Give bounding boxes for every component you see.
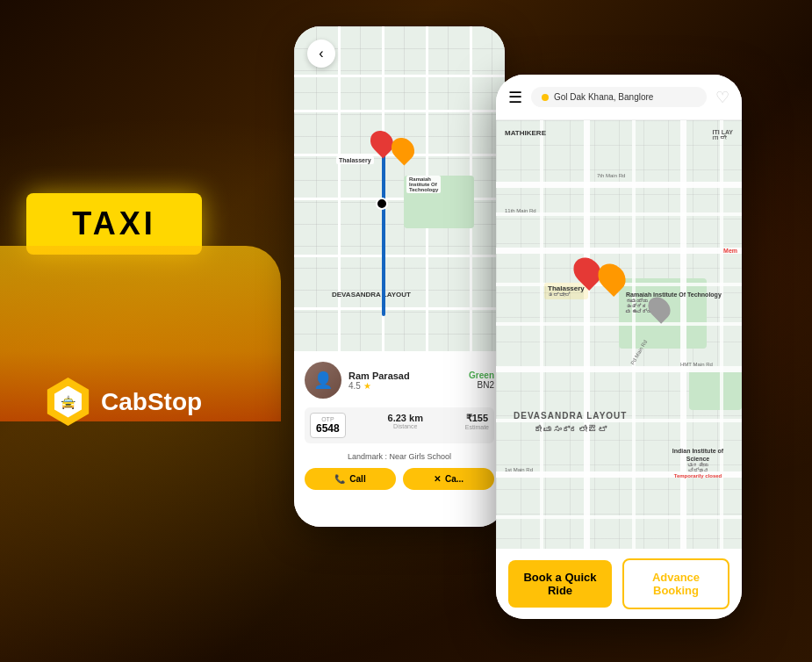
front-road-v4 bbox=[680, 120, 686, 549]
front-road-v5 bbox=[720, 120, 723, 549]
route-start-dot bbox=[376, 198, 388, 210]
estimate-stat: ₹155 Estimate bbox=[465, 413, 489, 438]
menu-icon[interactable]: ☰ bbox=[508, 88, 522, 107]
distance-label: Distance bbox=[388, 423, 423, 429]
logo-emoji: 🚖 bbox=[61, 395, 75, 409]
label-devasandra: DEVASANDRA LAYOUT bbox=[329, 290, 413, 299]
label-hmtmain: HMT Main Rd bbox=[680, 362, 713, 367]
otp-box: OTP 6548 bbox=[310, 413, 346, 438]
estimate-value: ₹155 bbox=[465, 413, 489, 424]
avatar-icon: 👤 bbox=[313, 371, 333, 390]
front-road-v1 bbox=[540, 120, 543, 549]
phone-back: Thalassery RamaiahInstitute OfTechnology… bbox=[294, 26, 505, 527]
label-7main: 7th Main Rd bbox=[597, 173, 625, 178]
cancel-icon: ✕ bbox=[434, 474, 441, 484]
label-iia: Indian Institute of Science ಭಾರತೀಯವಿಜ್ಞಾ… bbox=[663, 448, 733, 479]
phone-icon: 📞 bbox=[334, 474, 345, 484]
back-button[interactable]: ‹ bbox=[307, 40, 335, 68]
front-road-h6 bbox=[496, 366, 742, 372]
route-line bbox=[382, 149, 385, 316]
distance-value: 6.23 km bbox=[388, 413, 423, 423]
mem-label: Mem bbox=[723, 248, 737, 254]
otp-value: 6548 bbox=[316, 422, 340, 435]
front-road-h9 bbox=[496, 515, 742, 519]
logo-icon: 🚖 bbox=[53, 386, 84, 418]
topbar: ☰ Gol Dak Khana, Banglore ♡ bbox=[496, 75, 742, 120]
label-ramaiah-front: Ramaiah Institute Of Technology ರಾಮಯ್ಯತಂ… bbox=[626, 291, 722, 314]
call-button[interactable]: 📞 Call bbox=[305, 468, 396, 490]
front-map: MATHIKERE 7th Main Rd 11th Main Rd HMT M… bbox=[496, 120, 742, 549]
logo-hex: 🚖 bbox=[44, 378, 92, 426]
front-road-v2 bbox=[584, 120, 590, 549]
location-dot-icon bbox=[542, 94, 549, 101]
driver-name: Ram Parasad bbox=[349, 371, 469, 381]
label-11main: 11th Main Rd bbox=[505, 208, 536, 213]
label-ramaiah: RamaiahInstitute OfTechnology bbox=[406, 176, 441, 193]
estimate-label: Estimate bbox=[465, 424, 489, 430]
advance-booking-button[interactable]: Advance Booking bbox=[622, 558, 729, 609]
front-road-h3 bbox=[496, 248, 742, 254]
iti-label: ITI LAY ITI ಲೇ bbox=[713, 129, 733, 140]
distance-stat: 6.23 km Distance bbox=[388, 413, 423, 438]
front-road-v3 bbox=[632, 120, 636, 549]
star-icon: ★ bbox=[363, 381, 371, 391]
location-text: Gol Dak Khana, Banglore bbox=[554, 92, 653, 102]
label-devasandra-front: DEVASANDRA LAYOUT ದೇ ವಾ ಸಂ ದ್ರ ಲೇ ಔ ಟ್ bbox=[514, 410, 627, 435]
bottom-bar: Book a Quick Ride Advance Booking bbox=[496, 549, 742, 619]
driver-details: Ram Parasad 4.5 ★ bbox=[349, 371, 469, 391]
car-info: Green BN2 bbox=[469, 371, 494, 390]
road-h6 bbox=[294, 307, 505, 310]
label-1stmain: 1st Main Rd bbox=[505, 467, 533, 472]
driver-panel: 👤 Ram Parasad 4.5 ★ Green BN2 OTP 6548 6… bbox=[294, 351, 505, 527]
landmark-text: Landmark : Near Girls School bbox=[305, 452, 494, 461]
road-h2 bbox=[294, 110, 505, 112]
front-road-h5 bbox=[496, 322, 742, 326]
car-color: Green bbox=[469, 371, 494, 380]
logo-container: 🚖 CabStop bbox=[44, 378, 202, 426]
driver-info: 👤 Ram Parasad 4.5 ★ Green BN2 bbox=[305, 362, 494, 399]
trip-stats: OTP 6548 6.23 km Distance ₹155 Estimate bbox=[305, 407, 494, 443]
action-buttons: 📞 Call ✕ Ca... bbox=[305, 468, 494, 490]
driver-rating: 4.5 ★ bbox=[349, 381, 469, 391]
heart-icon[interactable]: ♡ bbox=[715, 88, 729, 107]
label-thalassery-front: Thalassery ತಲೆಬೇಲಿ bbox=[544, 283, 588, 299]
back-map: Thalassery RamaiahInstitute OfTechnology… bbox=[294, 26, 505, 395]
cancel-button[interactable]: ✕ Ca... bbox=[403, 468, 494, 490]
label-mathikere: MATHIKERE bbox=[505, 129, 546, 137]
front-road-h1 bbox=[496, 182, 742, 188]
location-search[interactable]: Gol Dak Khana, Banglore bbox=[531, 87, 707, 107]
road-h1 bbox=[294, 75, 505, 77]
road-h5 bbox=[294, 255, 505, 257]
road-v1 bbox=[338, 26, 341, 395]
otp-label: OTP bbox=[316, 416, 340, 422]
logo-text: CabStop bbox=[101, 388, 202, 416]
quick-ride-button[interactable]: Book a Quick Ride bbox=[508, 560, 612, 608]
back-arrow-icon: ‹ bbox=[319, 46, 323, 61]
car-code: BN2 bbox=[469, 380, 494, 390]
driver-avatar: 👤 bbox=[305, 362, 341, 399]
green-area-front-2 bbox=[689, 366, 742, 410]
phone-front: ☰ Gol Dak Khana, Banglore ♡ MATHIKERE 7t… bbox=[496, 75, 742, 619]
label-thalassery: Thalassery bbox=[336, 156, 374, 164]
